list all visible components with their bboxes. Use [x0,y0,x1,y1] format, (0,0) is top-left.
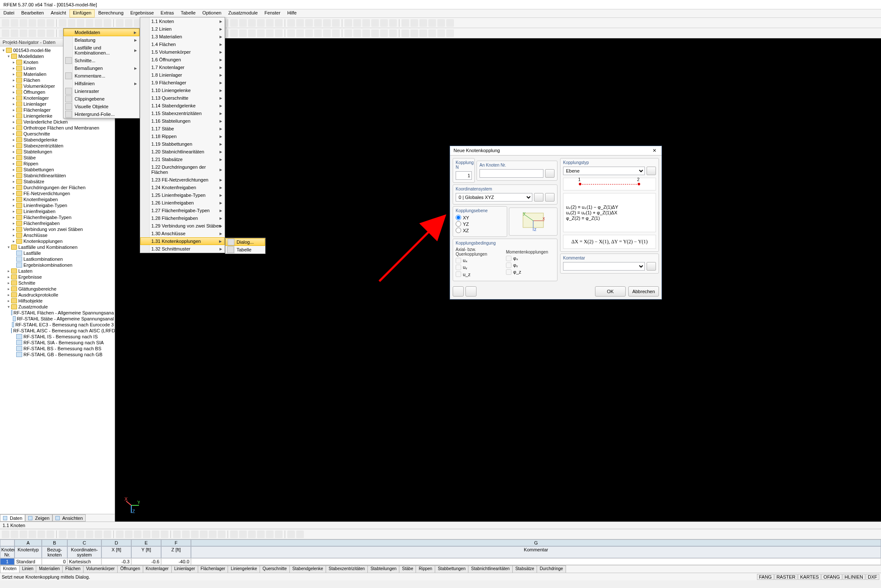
tree-item[interactable]: Lastfälle [1,250,114,256]
comment-input[interactable] [563,262,645,271]
table-cell[interactable]: Kartesisch [67,558,101,565]
toolbar-button[interactable] [2,19,9,27]
menu-item[interactable]: 1.7 Knotenlager▶ [140,63,225,71]
toolbar-button[interactable] [362,19,370,27]
column-header[interactable]: Kommentar [191,546,881,558]
tree-item[interactable]: ▸FE-Netzverdichtungen [1,190,114,196]
menu-item[interactable]: 1.25 Linienfreigabe-Typen▶ [140,191,225,199]
tree-item[interactable]: ▸Hilfsobjekte [1,298,114,304]
tree-item[interactable]: RF-STAHL Stäbe - Allgemeine Spannungsana… [1,316,114,322]
table-cell[interactable]: 0 [42,558,67,565]
toolbar-button[interactable] [446,29,454,37]
tree-item[interactable]: ▸Ausdruckprotokolle [1,292,114,298]
menu-item[interactable]: 1.2 Linien▶ [140,25,225,33]
tree-item[interactable]: ▸Lasten [1,268,114,274]
toolbar-button[interactable] [29,29,36,37]
tree-item[interactable]: ▸Stabsätze [1,179,114,184]
status-toggle-ofang[interactable]: OFANG [821,574,842,580]
column-header[interactable]: F [161,539,191,546]
nav-tab-daten[interactable]: Daten [0,514,25,522]
toolbar-button[interactable] [410,29,418,37]
u-checkbox[interactable]: uᵧ [456,265,504,270]
column-header[interactable]: C [67,539,101,546]
pick-nodes-button[interactable] [545,169,555,178]
menu-item[interactable]: 1.8 Linienlager▶ [140,71,225,79]
u-checkbox[interactable]: uₓ [456,258,504,263]
toolbar-button[interactable] [2,29,9,37]
toolbar-button[interactable] [380,19,388,27]
toolbar-button[interactable] [248,19,256,27]
toolbar-button[interactable] [344,19,352,27]
menu-item[interactable]: Hintergrund-Folie... [64,110,139,118]
tree-item[interactable]: ▸Orthotrope Flächen und Membranen [1,125,114,131]
table-tab[interactable]: Durchdringe [537,565,566,573]
toolbar-button[interactable] [46,19,54,27]
menu-zusatzmodule[interactable]: Zusatzmodule [225,9,261,17]
toolbar-button[interactable] [428,29,436,37]
toolbar-button[interactable] [296,19,304,27]
column-header[interactable] [0,539,14,546]
toolbar-button[interactable] [46,29,54,37]
menu-einfügen[interactable]: Einfügen [69,9,95,17]
toolbar-button[interactable] [68,19,75,27]
toolbar-button[interactable] [257,19,265,27]
toolbar-button[interactable] [287,530,295,538]
cancel-button[interactable]: Abbrechen [628,286,659,297]
toolbar-button[interactable] [353,29,361,37]
coord-new-button[interactable] [534,193,543,202]
u-checkbox[interactable]: u_z [456,271,504,277]
menu-item[interactable]: 1.27 Flächenfreigabe-Typen▶ [140,207,225,214]
toolbar-button[interactable] [125,19,133,27]
toolbar-button[interactable] [266,19,274,27]
toolbar-button[interactable] [332,29,340,37]
menu-item[interactable]: Visuelle Objekte [64,103,139,110]
toolbar-button[interactable] [275,29,283,37]
toolbar-button[interactable] [248,29,256,37]
toolbar-button[interactable] [104,19,111,27]
toolbar-button[interactable] [143,530,150,538]
tree-item[interactable]: ▸Linienfreigabe-Typen [1,202,114,208]
table-cell[interactable]: -0.6 [131,558,161,565]
menu-item[interactable]: Clippingebene [64,95,139,103]
menu-item[interactable]: Lastfälle und Kombinationen...▶ [64,44,139,57]
table-tab[interactable]: Stabsätze [512,565,537,573]
menu-datei[interactable]: Datei [0,9,18,17]
menu-item[interactable]: 1.19 Stabbettungen▶ [140,140,225,148]
table-tab[interactable]: Volumenkörper [83,565,118,573]
column-header[interactable]: Koordinaten- system [67,546,101,558]
toolbar-button[interactable] [437,19,445,27]
table-tab[interactable]: Linien [19,565,37,573]
toolbar-button[interactable] [104,530,111,538]
toolbar-button[interactable] [314,19,322,27]
dialog-close-button[interactable]: ✕ [651,148,658,153]
column-header[interactable]: Z [ft] [161,546,191,558]
tree-item[interactable]: ▸Stabendgelenke [1,137,114,143]
toolbar-button[interactable] [209,530,217,538]
table-tab[interactable]: Flächen [62,565,84,573]
toolbar-button[interactable] [11,19,18,27]
toolbar-button[interactable] [402,19,409,27]
table-tab[interactable]: Flächenlager [198,565,228,573]
toolbar-button[interactable] [257,530,265,538]
nav-tab-zeigen[interactable]: Zeigen [25,514,52,522]
toolbar-button[interactable] [419,19,427,27]
toolbar-button[interactable] [239,19,247,27]
edit-button[interactable] [465,286,477,297]
toolbar-button[interactable] [275,19,283,27]
column-header[interactable]: Y [ft] [131,546,161,558]
toolbar-button[interactable] [95,19,102,27]
menu-hilfe[interactable]: Hilfe [284,9,300,17]
menu-item[interactable]: 1.21 Stabsätze▶ [140,156,225,163]
toolbar-button[interactable] [380,29,388,37]
tree-item[interactable]: ▸Durchdringungen der Flächen [1,184,114,190]
toolbar-button[interactable] [173,530,181,538]
menu-item[interactable]: 1.10 Liniengelenke▶ [140,86,225,94]
tree-item[interactable]: RF-STAHL IS - Bemessung nach IS [1,334,114,340]
table-tab[interactable]: Querschnitte [260,565,290,573]
tree-item[interactable]: RF-STAHL EC3 - Bemessung nach Eurocode 3 [1,322,114,328]
toolbar-button[interactable] [230,530,238,538]
menu-item[interactable]: 1.22 Durchdringungen der Flächen▶ [140,163,225,176]
toolbar-button[interactable] [323,19,331,27]
toolbar-button[interactable] [11,530,18,538]
toolbar-button[interactable] [344,29,352,37]
